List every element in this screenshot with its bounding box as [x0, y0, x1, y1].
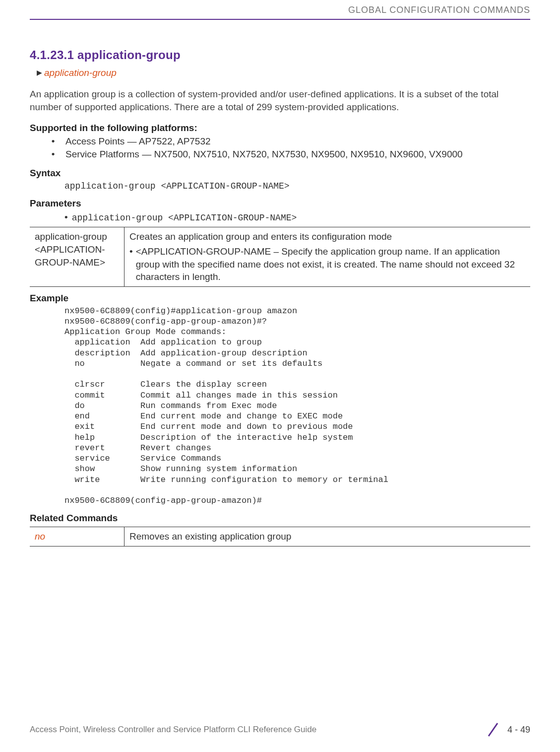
list-item: • Access Points — AP7522, AP7532	[30, 135, 530, 148]
related-desc-cell: Removes an existing application group	[124, 527, 531, 547]
related-commands-table: no Removes an existing application group	[30, 527, 530, 547]
table-row: application-group <APPLICATION-GROUP-NAM…	[30, 227, 530, 287]
chapter-header: GLOBAL CONFIGURATION COMMANDS	[30, 0, 530, 20]
example-heading: Example	[30, 292, 530, 305]
supported-item-text: Access Points — AP7522, AP7532	[65, 135, 211, 148]
param-desc-cell: Creates an application group and enters …	[124, 227, 531, 287]
related-heading: Related Commands	[30, 512, 530, 525]
supported-list: • Access Points — AP7522, AP7532 • Servi…	[30, 135, 530, 160]
breadcrumb-arrow-icon: ▶	[37, 68, 42, 77]
bullet-icon: •	[129, 245, 133, 283]
page-footer: Access Point, Wireless Controller and Se…	[0, 722, 560, 737]
bullet-icon: •	[50, 148, 57, 161]
footer-title: Access Point, Wireless Controller and Se…	[30, 724, 316, 736]
svg-line-0	[489, 723, 498, 736]
supported-item-text: Service Platforms — NX7500, NX7510, NX75…	[65, 148, 463, 161]
page-number: 4 - 49	[507, 724, 530, 736]
breadcrumb: ▶ application-group	[37, 67, 530, 79]
parameters-inline-text: application-group <APPLICATION-GROUP-NAM…	[72, 212, 297, 224]
bullet-icon: •	[64, 211, 68, 224]
related-cmd-cell: no	[30, 527, 124, 547]
section-title: 4.1.23.1 application-group	[30, 47, 530, 63]
syntax-line: application-group <APPLICATION-GROUP-NAM…	[64, 180, 530, 192]
table-row: no Removes an existing application group	[30, 527, 530, 547]
intro-paragraph: An application group is a collection of …	[30, 88, 530, 113]
param-desc-sub: • <APPLICATION-GROUP-NAME – Specify the …	[129, 245, 525, 283]
param-name-cell: application-group <APPLICATION-GROUP-NAM…	[30, 227, 124, 287]
bullet-icon: •	[50, 135, 57, 148]
syntax-heading: Syntax	[30, 167, 530, 180]
parameters-table: application-group <APPLICATION-GROUP-NAM…	[30, 227, 530, 287]
breadcrumb-item[interactable]: application-group	[44, 67, 117, 79]
footer-slash-icon	[486, 722, 500, 737]
related-cmd-link[interactable]: no	[35, 531, 45, 542]
param-desc-sub-text: <APPLICATION-GROUP-NAME – Specify the ap…	[136, 245, 525, 283]
parameters-inline: • application-group <APPLICATION-GROUP-N…	[64, 211, 530, 224]
param-desc-main: Creates an application group and enters …	[129, 230, 525, 243]
list-item: • Service Platforms — NX7500, NX7510, NX…	[30, 148, 530, 161]
supported-heading: Supported in the following platforms:	[30, 122, 530, 135]
example-code: nx9500-6C8809(config)#application-group …	[64, 306, 530, 506]
parameters-heading: Parameters	[30, 197, 530, 210]
